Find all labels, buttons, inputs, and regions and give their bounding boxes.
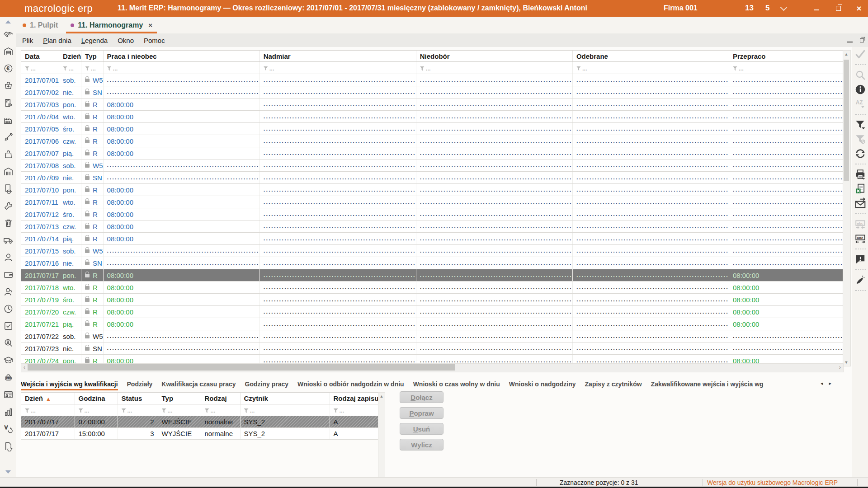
date-cell[interactable]: 2017/07/07 <box>21 147 59 160</box>
column-header[interactable]: Rodzaj zapisu <box>330 393 379 404</box>
warehouse-icon[interactable] <box>3 46 14 56</box>
close-button[interactable]: × <box>850 0 868 17</box>
column-filter[interactable]: ... <box>201 404 240 416</box>
type-cell[interactable]: R <box>81 306 104 318</box>
column-header[interactable]: Czytnik <box>240 393 330 404</box>
empty-value-cell[interactable]: ........................................… <box>729 221 843 233</box>
doc-sync-icon[interactable] <box>3 441 14 451</box>
empty-value-cell[interactable]: ........................................… <box>259 208 416 221</box>
factory-icon[interactable] <box>3 115 14 125</box>
wylicz-button[interactable]: Wylicz <box>400 439 443 450</box>
schedule-row[interactable]: 2017/07/13czw.R08:00:00.................… <box>21 221 843 233</box>
excel-icon[interactable] <box>854 183 866 195</box>
vertical-scrollbar[interactable]: ▲ ▼ <box>843 50 851 366</box>
wallet-icon[interactable] <box>3 269 14 280</box>
empty-value-cell[interactable]: ........................................… <box>259 99 416 111</box>
user-icon[interactable] <box>3 252 14 263</box>
tab-scroll-arrows[interactable]: ◂ ▸ <box>821 380 834 386</box>
schedule-row[interactable]: 2017/07/09nie.SN........................… <box>21 172 843 184</box>
date-cell[interactable]: 2017/07/12 <box>21 208 59 221</box>
empty-value-cell[interactable]: ........................................… <box>416 257 572 269</box>
column-header[interactable]: Praca i nieobec <box>103 51 259 62</box>
empty-value-cell[interactable]: ........................................… <box>572 343 729 355</box>
empty-value-cell[interactable]: ........................................… <box>416 269 572 282</box>
empty-value-cell[interactable]: ........................................… <box>572 160 729 172</box>
column-header[interactable]: Typ <box>81 51 104 62</box>
menu-okno[interactable]: Okno <box>113 33 139 47</box>
date-cell[interactable]: 2017/07/11 <box>21 196 59 208</box>
day-cell[interactable]: sob. <box>59 330 81 343</box>
refresh-icon[interactable] <box>854 148 866 160</box>
popraw-button[interactable]: Popraw <box>400 407 443 419</box>
empty-value-cell[interactable]: ........................................… <box>416 282 572 294</box>
column-header[interactable]: Nadmiar <box>259 51 416 62</box>
scroll-left-arrow-icon[interactable]: ‹ <box>21 364 28 371</box>
doc-refresh-icon[interactable] <box>3 183 14 194</box>
date-cell[interactable]: 2017/07/21 <box>21 318 59 330</box>
vertical-scroll-thumb[interactable] <box>844 60 849 181</box>
empty-value-cell[interactable]: ........................................… <box>729 123 843 135</box>
filter-off-icon[interactable] <box>854 133 866 145</box>
day-cell[interactable]: wto. <box>59 111 81 123</box>
empty-value-cell[interactable]: ........................................… <box>572 196 729 208</box>
work-time-cell[interactable]: 08:00:00 <box>103 282 259 294</box>
detail-tab-kwalifikacja-czasu-pracy[interactable]: Kwalifikacja czasu pracy <box>161 377 236 391</box>
id-card-icon[interactable] <box>3 389 14 400</box>
entry-cell[interactable]: A <box>330 428 379 440</box>
empty-value-cell[interactable]: ........................................… <box>572 257 729 269</box>
empty-value-cell[interactable]: ........................................… <box>416 318 572 330</box>
date-cell[interactable]: 2017/07/16 <box>21 257 59 269</box>
date-cell[interactable]: 2017/07/20 <box>21 306 59 318</box>
clock-icon[interactable] <box>3 304 14 314</box>
schedule-row[interactable]: 2017/07/19śro.R08:00:00.................… <box>21 294 843 306</box>
schedule-row[interactable]: 2017/07/17pon.R08:00:00.................… <box>21 269 843 282</box>
child-window-restore-button[interactable] <box>856 33 867 47</box>
clipboard-icon[interactable] <box>3 98 14 108</box>
task-check-icon[interactable] <box>3 321 14 331</box>
empty-value-cell[interactable]: ........................................… <box>259 86 416 99</box>
empty-value-cell[interactable]: ........................................… <box>729 233 843 245</box>
day-cell[interactable]: czw. <box>59 306 81 318</box>
notification-counters[interactable]: 13 5 <box>745 4 786 13</box>
date-cell[interactable]: 2017/07/13 <box>21 221 59 233</box>
schedule-row[interactable]: 2017/07/21pią.R08:00:00.................… <box>21 318 843 330</box>
column-header[interactable]: Godzina <box>75 393 118 404</box>
schedule-row[interactable]: 2017/07/16nie.SN........................… <box>21 257 843 269</box>
worked-time-cell[interactable]: 08:00:00 <box>729 282 843 294</box>
column-filter[interactable]: ... <box>59 62 81 74</box>
entry-row[interactable]: 2017/07/1707:00:002WEJŚCIEnormalneSYS_2A <box>21 416 379 428</box>
empty-value-cell[interactable]: ........................................… <box>729 135 843 147</box>
scroll-up-arrow-icon[interactable]: ▲ <box>843 51 849 58</box>
detail-tab-wnioski-o-odbiór-nadgodzin-w-dniu[interactable]: Wnioski o odbiór nadgodzin w dniu <box>297 377 404 391</box>
type-cell[interactable]: R <box>81 111 104 123</box>
menu-pomoc[interactable]: Pomoc <box>139 33 170 47</box>
entry-cell[interactable]: WEJŚCIE <box>158 416 201 428</box>
entry-cell[interactable]: WYJŚCIE <box>158 428 201 440</box>
schedule-row[interactable]: 2017/07/22sob.W5........................… <box>21 330 843 343</box>
counter-2[interactable]: 5 <box>765 4 769 13</box>
type-cell[interactable]: R <box>81 99 104 111</box>
empty-value-cell[interactable]: ........................................… <box>103 160 259 172</box>
work-time-cell[interactable]: 08:00:00 <box>103 123 259 135</box>
empty-value-cell[interactable]: ........................................… <box>729 86 843 99</box>
day-cell[interactable]: czw. <box>59 135 81 147</box>
empty-value-cell[interactable]: ........................................… <box>416 135 572 147</box>
column-header[interactable]: Status <box>118 393 158 404</box>
horizontal-scroll-thumb[interactable] <box>28 364 455 371</box>
child-window-minimize-button[interactable] <box>844 33 855 47</box>
day-cell[interactable]: nie. <box>59 257 81 269</box>
entry-cell[interactable]: SYS_2 <box>240 428 330 440</box>
day-cell[interactable]: nie. <box>59 172 81 184</box>
chevron-down-icon[interactable] <box>780 4 788 11</box>
sidebar-scroll-down-icon[interactable] <box>5 470 11 474</box>
worked-time-cell[interactable]: 08:00:00 <box>729 306 843 318</box>
day-cell[interactable]: sob. <box>59 245 81 257</box>
type-cell[interactable]: W5 <box>81 245 104 257</box>
entry-cell[interactable]: 2017/07/17 <box>21 428 75 440</box>
day-cell[interactable]: sob. <box>59 160 81 172</box>
empty-value-cell[interactable]: ........................................… <box>416 147 572 160</box>
day-cell[interactable]: śro. <box>59 123 81 135</box>
empty-value-cell[interactable]: ........................................… <box>572 74 729 86</box>
work-time-cell[interactable]: 08:00:00 <box>103 99 259 111</box>
date-cell[interactable]: 2017/07/22 <box>21 330 59 343</box>
